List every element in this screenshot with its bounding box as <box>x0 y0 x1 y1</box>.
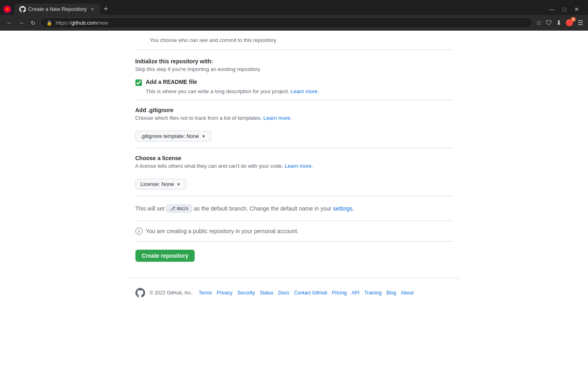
branch-name: main <box>177 206 189 211</box>
footer-docs-link[interactable]: Docs <box>278 290 289 296</box>
public-notice: i You are creating a public repository i… <box>135 221 453 242</box>
address-bar: ← → ↻ 🔒 https://github.com/new ☆ 🛡 ⬇ 🔴 8… <box>0 15 588 31</box>
gitignore-learn-more-link[interactable]: Learn more. <box>263 115 291 121</box>
footer-security-link[interactable]: Security <box>237 290 255 296</box>
info-icon: i <box>135 227 143 235</box>
url-bar[interactable]: 🔒 https://github.com/new <box>40 17 533 28</box>
footer: © 2022 GitHub, Inc. Terms Privacy Securi… <box>129 278 459 307</box>
branch-badge: ⎇ main <box>166 204 192 213</box>
gitignore-sub: Choose which files not to track from a l… <box>135 115 453 121</box>
forward-button[interactable]: → <box>17 18 26 28</box>
toolbar-icons: ☆ 🛡 ⬇ 🔴 8 ☰ <box>536 19 583 27</box>
footer-copyright: © 2022 GitHub, Inc. <box>150 290 193 296</box>
init-sub: Skip this step if you're importing an ex… <box>135 66 453 72</box>
firefox-icon <box>3 5 11 13</box>
license-learn-more-link[interactable]: Learn more. <box>285 163 313 169</box>
window-close[interactable]: ✕ <box>572 5 582 13</box>
footer-api-link[interactable]: API <box>352 290 359 296</box>
url-scheme: https:// <box>56 20 71 26</box>
readme-desc: This is where you can write a long descr… <box>135 88 453 94</box>
license-section: Choose a license A license tells others … <box>135 148 453 196</box>
footer-about-link[interactable]: About <box>401 290 413 296</box>
main-container: You choose who can see and commit to thi… <box>129 31 459 278</box>
branch-text: This will set ⎇ main as the default bran… <box>135 204 453 213</box>
create-repository-button[interactable]: Create repository <box>135 250 195 262</box>
pocket-icon[interactable]: 🛡 <box>546 19 552 27</box>
window-controls: — □ ✕ <box>547 5 585 13</box>
gitignore-dropdown[interactable]: .gitignore template: None ▼ <box>135 131 211 142</box>
license-dropdown[interactable]: License: None ▼ <box>135 179 186 190</box>
bookmark-icon[interactable]: ☆ <box>536 19 542 27</box>
profile-icon[interactable]: 🔴 8 <box>565 19 573 27</box>
init-section: Initialize this repository with: Skip th… <box>135 50 453 100</box>
footer-pricing-link[interactable]: Pricing <box>332 290 347 296</box>
readme-row: Add a README file <box>135 79 453 86</box>
gitignore-dropdown-label: .gitignore template: None <box>141 133 199 139</box>
gitignore-section: Add .gitignore Choose which files not to… <box>135 100 453 148</box>
readme-learn-more-link[interactable]: Learn more. <box>291 88 319 94</box>
url-path: /new <box>97 20 108 26</box>
tab-title: Create a New Repository <box>28 6 87 12</box>
tab-bar: Create a New Repository × + — □ ✕ <box>0 0 588 15</box>
window-maximize[interactable]: □ <box>561 5 569 13</box>
footer-terms-link[interactable]: Terms <box>199 290 212 296</box>
menu-icon[interactable]: ☰ <box>578 19 583 27</box>
private-hint: You choose who can see and commit to thi… <box>135 31 453 50</box>
license-title: Choose a license <box>135 155 453 161</box>
url-text: https://github.com/new <box>56 20 108 26</box>
gitignore-dropdown-arrow: ▼ <box>202 134 206 139</box>
download-icon[interactable]: ⬇ <box>556 19 561 27</box>
new-tab-button[interactable]: + <box>100 3 111 15</box>
gitignore-title: Add .gitignore <box>135 107 453 113</box>
footer-github-icon <box>135 288 145 298</box>
init-title: Initialize this repository with: <box>135 58 453 65</box>
url-host: github.com <box>71 20 97 26</box>
branch-icon: ⎇ <box>170 206 175 211</box>
default-branch-section: This will set ⎇ main as the default bran… <box>135 196 453 221</box>
readme-label: Add a README file <box>146 79 197 85</box>
tab-close-button[interactable]: × <box>89 6 96 13</box>
window-minimize[interactable]: — <box>547 5 557 13</box>
license-dropdown-arrow: ▼ <box>177 182 181 187</box>
footer-status-link[interactable]: Status <box>260 290 273 296</box>
reload-button[interactable]: ↻ <box>29 18 37 28</box>
footer-blog-link[interactable]: Blog <box>386 290 396 296</box>
notification-badge: 8 <box>571 17 576 22</box>
security-icon: 🔒 <box>46 20 52 26</box>
settings-link[interactable]: settings. <box>333 205 354 212</box>
page-content: You choose who can see and commit to thi… <box>0 31 588 380</box>
readme-checkbox[interactable] <box>135 79 142 86</box>
active-tab[interactable]: Create a New Repository × <box>15 4 100 15</box>
footer-contact-link[interactable]: Contact GitHub <box>294 290 327 296</box>
license-dropdown-label: License: None <box>141 181 174 187</box>
license-sub: A license tells others what they can and… <box>135 163 453 169</box>
footer-privacy-link[interactable]: Privacy <box>217 290 233 296</box>
github-tab-icon <box>19 6 26 13</box>
browser-chrome: Create a New Repository × + — □ ✕ ← → ↻ … <box>0 0 588 31</box>
back-button[interactable]: ← <box>5 18 14 28</box>
footer-training-link[interactable]: Training <box>364 290 382 296</box>
